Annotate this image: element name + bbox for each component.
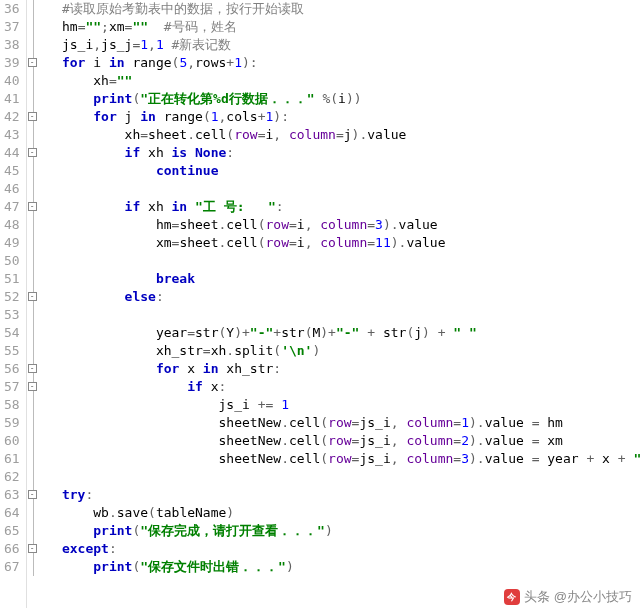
line-number: 39 — [4, 54, 20, 72]
toutiao-logo-icon: 今 — [504, 589, 520, 605]
code-line[interactable]: sheetNew.cell(row=js_i, column=2).value … — [31, 432, 640, 450]
line-number: 62 — [4, 468, 20, 486]
fold-toggle-icon[interactable]: - — [28, 544, 37, 553]
line-number: 54 — [4, 324, 20, 342]
line-number: 36 — [4, 0, 20, 18]
code-line[interactable]: xh=sheet.cell(row=i, column=j).value — [31, 126, 640, 144]
code-line[interactable]: if x: — [31, 378, 640, 396]
code-line[interactable]: xh_str=xh.split('\n') — [31, 342, 640, 360]
code-line[interactable]: print("正在转化第%d行数据．．．" %(i)) — [31, 90, 640, 108]
code-line[interactable]: xh="" — [31, 72, 640, 90]
fold-toggle-icon[interactable]: - — [28, 58, 37, 67]
line-number: 59 — [4, 414, 20, 432]
code-line[interactable]: if xh is None: — [31, 144, 640, 162]
code-line[interactable]: for j in range(1,cols+1): — [31, 108, 640, 126]
line-number: 41 — [4, 90, 20, 108]
line-number: 63 — [4, 486, 20, 504]
code-line[interactable] — [31, 468, 640, 486]
line-number: 38 — [4, 36, 20, 54]
code-line[interactable] — [31, 306, 640, 324]
line-number: 50 — [4, 252, 20, 270]
line-number: 45 — [4, 162, 20, 180]
line-number: 42 — [4, 108, 20, 126]
line-number: 44 — [4, 144, 20, 162]
code-line[interactable]: #读取原始考勤表中的数据，按行开始读取 — [31, 0, 640, 18]
line-number: 52 — [4, 288, 20, 306]
line-number: 37 — [4, 18, 20, 36]
line-number: 58 — [4, 396, 20, 414]
line-number: 48 — [4, 216, 20, 234]
code-line[interactable]: js_i,js_j=1,1 #新表记数 — [31, 36, 640, 54]
line-number: 56 — [4, 360, 20, 378]
fold-toggle-icon[interactable]: - — [28, 148, 37, 157]
code-line[interactable]: continue — [31, 162, 640, 180]
line-number: 61 — [4, 450, 20, 468]
code-line[interactable] — [31, 252, 640, 270]
fold-toggle-icon[interactable]: - — [28, 382, 37, 391]
line-number: 66 — [4, 540, 20, 558]
code-line[interactable]: break — [31, 270, 640, 288]
code-line[interactable] — [31, 180, 640, 198]
fold-toggle-icon[interactable]: - — [28, 490, 37, 499]
fold-toggle-icon[interactable]: - — [28, 364, 37, 373]
line-number: 67 — [4, 558, 20, 576]
code-line[interactable]: hm="";xm="" #号码，姓名 — [31, 18, 640, 36]
fold-toggle-icon[interactable]: - — [28, 292, 37, 301]
code-line[interactable]: wb.save(tableName) — [31, 504, 640, 522]
code-line[interactable]: except: — [31, 540, 640, 558]
watermark-user: @办公小技巧 — [554, 588, 632, 606]
line-number: 46 — [4, 180, 20, 198]
line-number: 55 — [4, 342, 20, 360]
code-line[interactable]: print("保存文件时出错．．．") — [31, 558, 640, 576]
line-number: 53 — [4, 306, 20, 324]
line-number: 57 — [4, 378, 20, 396]
code-line[interactable]: if xh in "工 号: ": — [31, 198, 640, 216]
watermark-brand: 头条 — [524, 588, 550, 606]
code-editor[interactable]: 3637383940414243444546474849505152535455… — [0, 0, 640, 608]
code-line[interactable]: try: — [31, 486, 640, 504]
line-number: 40 — [4, 72, 20, 90]
line-number: 65 — [4, 522, 20, 540]
code-line[interactable]: year=str(Y)+"-"+str(M)+"-" + str(j) + " … — [31, 324, 640, 342]
line-number: 47 — [4, 198, 20, 216]
code-line[interactable]: xm=sheet.cell(row=i, column=11).value — [31, 234, 640, 252]
code-line[interactable]: for i in range(5,rows+1): — [31, 54, 640, 72]
code-line[interactable]: for x in xh_str: — [31, 360, 640, 378]
code-line[interactable]: else: — [31, 288, 640, 306]
fold-toggle-icon[interactable]: - — [28, 112, 37, 121]
line-number: 43 — [4, 126, 20, 144]
line-number: 49 — [4, 234, 20, 252]
line-number: 64 — [4, 504, 20, 522]
line-number: 60 — [4, 432, 20, 450]
fold-toggle-icon[interactable]: - — [28, 202, 37, 211]
code-line[interactable]: hm=sheet.cell(row=i, column=3).value — [31, 216, 640, 234]
code-line[interactable]: sheetNew.cell(row=js_i, column=1).value … — [31, 414, 640, 432]
code-area[interactable]: #读取原始考勤表中的数据，按行开始读取 hm="";xm="" #号码，姓名 j… — [27, 0, 640, 608]
watermark: 今 头条 @办公小技巧 — [504, 588, 632, 606]
code-line[interactable]: print("保存完成，请打开查看．．．") — [31, 522, 640, 540]
code-line[interactable]: js_i += 1 — [31, 396, 640, 414]
line-number-gutter: 3637383940414243444546474849505152535455… — [0, 0, 27, 608]
code-line[interactable]: sheetNew.cell(row=js_i, column=3).value … — [31, 450, 640, 468]
line-number: 51 — [4, 270, 20, 288]
